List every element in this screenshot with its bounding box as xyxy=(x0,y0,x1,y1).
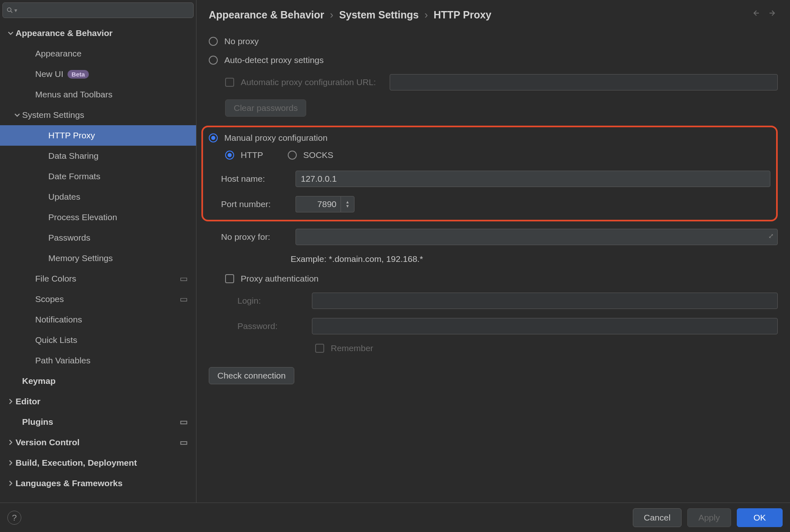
sidebar-item-appearance-behavior[interactable]: Appearance & Behavior xyxy=(0,23,196,43)
sidebar-item-updates[interactable]: Updates xyxy=(0,187,196,207)
highlight-annotation: Manual proxy configuration HTTP SOCKS Ho… xyxy=(201,126,778,221)
sidebar-item-file-colors[interactable]: File Colors ▭ xyxy=(0,268,196,289)
chevron-right-icon xyxy=(6,460,16,466)
noproxy-input[interactable] xyxy=(296,229,778,245)
sidebar-item-label: Quick Lists xyxy=(35,335,77,345)
noproxy-example: Example: *.domain.com, 192.168.* xyxy=(291,254,778,264)
sidebar-item-label: Path Variables xyxy=(35,356,90,365)
port-label: Port number: xyxy=(221,199,287,209)
sidebar-item-label: Appearance & Behavior xyxy=(16,28,113,38)
sidebar-item-passwords[interactable]: Passwords xyxy=(0,228,196,248)
port-spinner[interactable]: ▲ ▼ xyxy=(296,196,354,212)
sidebar-item-scopes[interactable]: Scopes ▭ xyxy=(0,289,196,309)
sidebar-item-label: Passwords xyxy=(48,233,90,243)
sidebar-item-new-ui[interactable]: New UI Beta xyxy=(0,64,196,84)
sidebar-item-process-elevation[interactable]: Process Elevation xyxy=(0,207,196,228)
radio-label: Manual proxy configuration xyxy=(224,133,327,143)
breadcrumb-part: HTTP Proxy xyxy=(433,9,491,21)
checkbox-label: Automatic proxy configuration URL: xyxy=(241,77,376,87)
radio-label: Auto-detect proxy settings xyxy=(224,55,324,65)
sidebar-item-data-sharing[interactable]: Data Sharing xyxy=(0,146,196,166)
sidebar-item-label: Data Sharing xyxy=(48,151,99,161)
settings-content: Appearance & Behavior › System Settings … xyxy=(196,0,790,503)
sidebar-item-memory-settings[interactable]: Memory Settings xyxy=(0,248,196,268)
noproxy-label: No proxy for: xyxy=(221,232,287,242)
check-connection-button[interactable]: Check connection xyxy=(209,367,294,384)
sidebar-item-appearance[interactable]: Appearance xyxy=(0,43,196,64)
radio-socks[interactable] xyxy=(288,151,297,160)
svg-point-0 xyxy=(7,8,11,11)
sidebar-item-label: System Settings xyxy=(22,110,84,120)
radio-no-proxy[interactable] xyxy=(209,37,218,46)
cancel-button[interactable]: Cancel xyxy=(633,508,682,527)
radio-manual[interactable] xyxy=(209,133,218,142)
settings-tree: ▾ Appearance & Behavior Appearance New U… xyxy=(0,0,196,503)
breadcrumb-sep: › xyxy=(330,9,333,21)
sidebar-item-label: Appearance xyxy=(35,49,81,59)
radio-label: HTTP xyxy=(241,150,263,160)
host-input[interactable] xyxy=(296,171,770,187)
chevron-right-icon xyxy=(6,480,16,486)
search-cursor: ▾ xyxy=(14,7,17,14)
step-down-icon[interactable]: ▼ xyxy=(345,204,350,208)
project-icon: ▭ xyxy=(180,294,188,304)
sidebar-item-editor[interactable]: Editor xyxy=(0,391,196,412)
beta-badge: Beta xyxy=(68,70,89,79)
sidebar-item-http-proxy[interactable]: HTTP Proxy xyxy=(0,125,196,146)
expand-icon[interactable]: ⤢ xyxy=(768,232,774,240)
sidebar-item-notifications[interactable]: Notifications xyxy=(0,309,196,330)
sidebar-item-build[interactable]: Build, Execution, Deployment xyxy=(0,453,196,473)
help-button[interactable]: ? xyxy=(7,511,21,525)
ok-button[interactable]: OK xyxy=(737,508,783,527)
radio-auto-detect[interactable] xyxy=(209,56,218,65)
project-icon: ▭ xyxy=(180,274,188,284)
chevron-right-icon xyxy=(6,399,16,404)
help-icon: ? xyxy=(12,513,17,523)
sidebar-item-label: Keymap xyxy=(22,376,56,386)
breadcrumb: Appearance & Behavior › System Settings … xyxy=(209,9,778,21)
checkbox-remember xyxy=(315,344,324,353)
checkbox-proxy-auth[interactable] xyxy=(225,274,234,283)
checkbox-auto-url xyxy=(225,78,234,87)
nav-forward-icon[interactable] xyxy=(768,8,778,20)
project-icon: ▭ xyxy=(180,417,188,427)
password-input xyxy=(312,318,778,334)
sidebar-item-label: Plugins xyxy=(22,417,53,427)
radio-label: No proxy xyxy=(224,36,259,46)
sidebar-item-plugins[interactable]: Plugins ▭ xyxy=(0,412,196,432)
sidebar-item-label: Scopes xyxy=(35,294,64,304)
chevron-right-icon xyxy=(6,440,16,445)
sidebar-item-menus-toolbars[interactable]: Menus and Toolbars xyxy=(0,84,196,105)
port-input[interactable] xyxy=(296,196,341,212)
sidebar-item-label: Notifications xyxy=(35,315,82,325)
sidebar-item-date-formats[interactable]: Date Formats xyxy=(0,166,196,187)
sidebar-item-label: Updates xyxy=(48,192,80,202)
sidebar-item-label: Memory Settings xyxy=(48,253,113,263)
checkbox-label: Proxy authentication xyxy=(241,274,318,284)
chevron-down-icon xyxy=(6,30,16,36)
password-label: Password: xyxy=(237,321,303,331)
clear-passwords-button: Clear passwords xyxy=(225,99,306,117)
sidebar-item-label: Build, Execution, Deployment xyxy=(16,458,137,468)
radio-http[interactable] xyxy=(225,151,234,160)
search-icon xyxy=(6,7,14,14)
sidebar-item-label: New UI xyxy=(35,69,63,79)
login-label: Login: xyxy=(237,296,303,306)
port-stepper[interactable]: ▲ ▼ xyxy=(341,196,354,212)
project-icon: ▭ xyxy=(180,437,188,447)
sidebar-item-version-control[interactable]: Version Control ▭ xyxy=(0,432,196,453)
auto-url-input xyxy=(390,74,778,90)
sidebar-item-quick-lists[interactable]: Quick Lists xyxy=(0,330,196,350)
host-label: Host name: xyxy=(221,174,287,184)
svg-line-1 xyxy=(11,11,12,13)
breadcrumb-part[interactable]: Appearance & Behavior xyxy=(209,9,324,21)
sidebar-item-languages[interactable]: Languages & Frameworks xyxy=(0,473,196,494)
breadcrumb-part[interactable]: System Settings xyxy=(339,9,419,21)
sidebar-item-path-variables[interactable]: Path Variables xyxy=(0,350,196,371)
sidebar-item-keymap[interactable]: Keymap xyxy=(0,371,196,391)
login-input xyxy=(312,293,778,309)
nav-back-icon[interactable] xyxy=(751,8,761,20)
sidebar-item-label: HTTP Proxy xyxy=(48,131,95,140)
search-input[interactable]: ▾ xyxy=(2,2,194,18)
sidebar-item-system-settings[interactable]: System Settings xyxy=(0,105,196,125)
